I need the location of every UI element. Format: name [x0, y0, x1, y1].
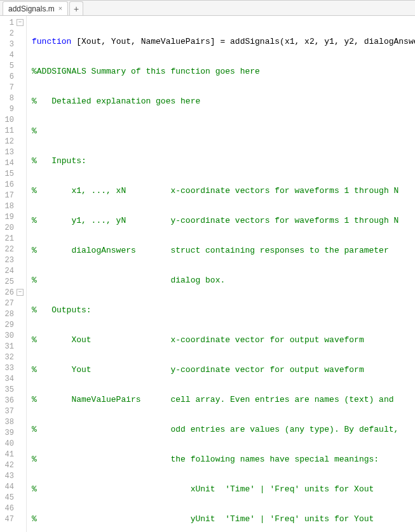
line-number: 33: [0, 362, 26, 373]
line-number: 42: [0, 460, 26, 470]
code-line: % dialogAnswers struct containing respon…: [32, 245, 415, 256]
line-number: 19: [0, 211, 26, 222]
line-number: 41: [0, 449, 26, 460]
line-number: 29: [0, 319, 26, 330]
plus-icon: +: [74, 4, 79, 14]
line-number: 38: [0, 416, 26, 427]
line-number: 3: [0, 39, 26, 50]
code-line: % NameValuePairs cell array. Even entrie…: [32, 394, 415, 405]
fold-icon[interactable]: −: [17, 19, 24, 26]
line-number: 18: [0, 201, 26, 211]
code-area[interactable]: function [Xout, Yout, NameValuePairs] = …: [27, 16, 415, 532]
line-number: 47: [0, 514, 26, 524]
code-line: % y1, ..., yN y-coordinate vectors for w…: [32, 215, 415, 226]
line-number: 39: [0, 427, 26, 438]
line-number: 20: [0, 222, 26, 233]
code-line: % yUnit 'Time' | 'Freq' units for Yout: [32, 514, 415, 524]
line-number: 46: [0, 503, 26, 514]
line-number: 36: [0, 395, 26, 406]
line-number: 6: [0, 71, 26, 82]
code-line: % dialog box.: [32, 275, 415, 286]
line-number: 15: [0, 168, 26, 179]
close-icon[interactable]: ×: [58, 5, 62, 12]
file-tab[interactable]: addSignals.m ×: [3, 1, 68, 15]
line-number: 17: [0, 190, 26, 201]
line-number: 44: [0, 481, 26, 492]
line-number: 5: [0, 60, 26, 71]
code-line: % the following names have special meani…: [32, 454, 415, 465]
line-number: 11: [0, 125, 26, 136]
line-number: 34: [0, 373, 26, 384]
line-number: 31: [0, 341, 26, 352]
line-number: 22: [0, 244, 26, 255]
line-number: 13: [0, 147, 26, 157]
line-number: 45: [0, 492, 26, 503]
tab-bar: addSignals.m × +: [0, 1, 415, 16]
fold-icon[interactable]: −: [17, 289, 24, 296]
line-number: 16: [0, 179, 26, 190]
line-number: 4: [0, 50, 26, 60]
code-line: % odd entries are values (any type). By …: [32, 424, 415, 435]
line-number: 24: [0, 265, 26, 276]
line-number: 28: [0, 309, 26, 319]
line-number: 32: [0, 352, 26, 362]
code-line: % Yout y-coordinate vector for output wa…: [32, 364, 415, 375]
line-number: 1−: [0, 17, 26, 28]
line-number: 7: [0, 82, 26, 93]
line-number: 2: [0, 28, 26, 39]
line-number: 9: [0, 103, 26, 114]
line-number-gutter: 1−23456789101112131415161718192021222324…: [0, 16, 27, 532]
line-number: 25: [0, 276, 26, 287]
line-number: 40: [0, 438, 26, 449]
line-number: 26−: [0, 287, 26, 298]
code-line: % Outputs:: [32, 305, 415, 316]
line-number: 37: [0, 406, 26, 416]
line-number: 30: [0, 330, 26, 341]
code-line: % Xout x-coordinate vector for output wa…: [32, 335, 415, 345]
line-number: 23: [0, 255, 26, 265]
code-line: % xUnit 'Time' | 'Freq' units for Xout: [32, 484, 415, 495]
code-line: % Detailed explanation goes here: [32, 96, 415, 107]
tab-filename: addSignals.m: [8, 4, 55, 13]
code-line: %: [32, 126, 415, 136]
line-number: 27: [0, 298, 26, 309]
line-number: 12: [0, 136, 26, 147]
code-line: %ADDSIGNALS Summary of this function goe…: [32, 66, 415, 77]
line-number: 10: [0, 114, 26, 125]
line-number: 21: [0, 233, 26, 244]
line-number: 8: [0, 93, 26, 103]
code-line: % Inputs:: [32, 156, 415, 166]
add-tab-button[interactable]: +: [69, 1, 83, 15]
code-line: function [Xout, Yout, NameValuePairs] = …: [32, 36, 415, 47]
editor-area: 1−23456789101112131415161718192021222324…: [0, 16, 415, 532]
line-number: 43: [0, 470, 26, 481]
line-number: 35: [0, 384, 26, 395]
code-line: % x1, ..., xN x-coordinate vectors for w…: [32, 185, 415, 196]
line-number: 14: [0, 157, 26, 168]
